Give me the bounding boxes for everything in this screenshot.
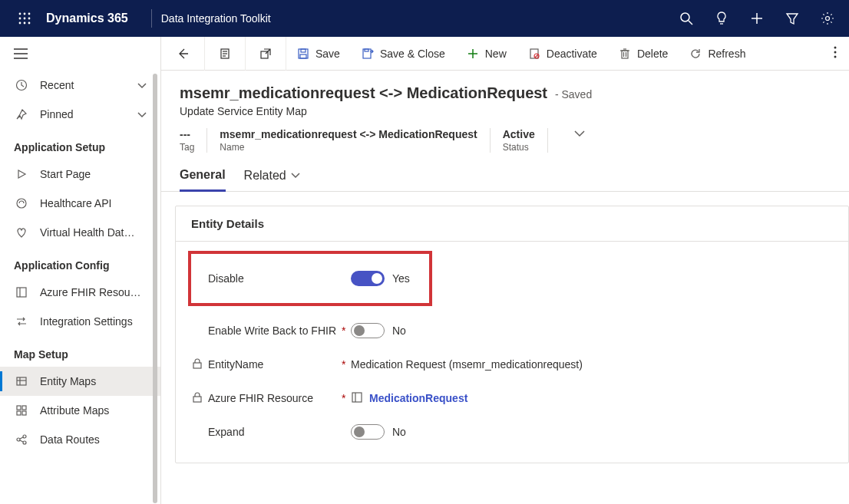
toggle-writeback[interactable]	[351, 323, 385, 338]
tab-general[interactable]: General	[180, 168, 226, 192]
field-label-writeback: Enable Write Back to FHIR	[208, 324, 342, 337]
sidebar-item-azure-fhir[interactable]: Azure FHIR Resou…	[0, 278, 160, 307]
highlighted-region: Disable Yes	[188, 251, 432, 306]
svg-point-0	[19, 13, 21, 15]
cmd-label: Delete	[637, 48, 668, 60]
back-button[interactable]	[161, 37, 205, 71]
sidebar-item-label: Integration Settings	[40, 315, 147, 328]
pin-icon	[14, 108, 29, 120]
deactivate-button[interactable]: Deactivate	[517, 37, 608, 71]
sidebar-item-label: Start Page	[40, 168, 147, 180]
svg-line-32	[20, 437, 23, 439]
delete-button[interactable]: Delete	[608, 37, 679, 71]
tab-label: General	[180, 168, 226, 182]
hamburger-button[interactable]	[0, 37, 160, 71]
svg-point-8	[28, 22, 31, 25]
toggle-disable[interactable]	[351, 271, 385, 286]
sidebar-item-integration[interactable]: Integration Settings	[0, 307, 160, 336]
grid-icon	[14, 404, 29, 417]
svg-point-5	[28, 18, 31, 20]
record-save-state: - Saved	[555, 88, 592, 100]
notes-button[interactable]	[205, 37, 246, 71]
field-value-entityname: Medication Request (msemr_medicationrequ…	[351, 358, 583, 371]
required-marker: *	[342, 324, 351, 337]
svg-point-1	[24, 13, 26, 15]
sidebar-item-label: Attribute Maps	[40, 404, 147, 417]
command-bar: Save Save & Close New Deactivate Delete …	[161, 37, 849, 71]
sidebar-item-entity-maps[interactable]: Entity Maps	[0, 367, 160, 396]
svg-point-3	[19, 18, 21, 20]
meta-chevron-icon[interactable]	[574, 128, 585, 140]
cmd-label: Deactivate	[547, 48, 597, 60]
plus-icon[interactable]	[749, 11, 765, 26]
field-label-disable: Disable	[208, 272, 342, 285]
sidebar-scrollbar[interactable]	[153, 74, 157, 503]
heart-icon	[14, 226, 29, 239]
share-icon	[14, 433, 29, 446]
svg-point-6	[19, 22, 21, 25]
sidebar-item-label: Azure FHIR Resou…	[40, 286, 147, 298]
svg-rect-40	[301, 49, 306, 52]
sidebar-item-healthcare-api[interactable]: Healthcare API	[0, 189, 160, 218]
save-close-button[interactable]: Save & Close	[351, 37, 456, 71]
svg-point-54	[834, 47, 837, 49]
svg-point-55	[834, 51, 837, 54]
lock-icon	[193, 358, 208, 371]
lightbulb-icon[interactable]	[714, 11, 729, 26]
sidebar-item-label: Data Routes	[40, 433, 147, 446]
cmd-label: Save	[315, 48, 340, 60]
open-new-button[interactable]	[246, 37, 286, 71]
play-icon	[14, 169, 29, 180]
svg-rect-22	[17, 377, 26, 385]
chevron-down-icon	[291, 173, 300, 179]
meta-status-value: Active	[503, 128, 535, 140]
toggle-value: Yes	[392, 272, 410, 285]
sidebar-item-label: Healthcare API	[40, 197, 147, 209]
svg-rect-27	[17, 411, 21, 415]
refresh-button[interactable]: Refresh	[679, 37, 756, 71]
app-name-label: Data Integration Toolkit	[161, 12, 271, 25]
sidebar-item-pinned[interactable]: Pinned	[0, 100, 160, 129]
toggle-value: No	[392, 324, 406, 337]
panel-title: Entity Details	[176, 206, 848, 242]
record-title: msemr_medicationrequest <-> MedicationRe…	[180, 84, 547, 101]
svg-line-33	[20, 440, 23, 442]
new-button[interactable]: New	[456, 37, 517, 71]
meta-status-label: Status	[503, 142, 535, 153]
gear-icon[interactable]	[820, 11, 835, 26]
sidebar-item-start-page[interactable]: Start Page	[0, 160, 160, 189]
search-icon[interactable]	[679, 11, 694, 26]
svg-point-56	[834, 56, 837, 58]
lookup-azure-fhir[interactable]: MedicationRequest	[351, 391, 467, 406]
svg-point-2	[28, 13, 31, 15]
svg-point-30	[23, 435, 26, 438]
arrows-icon	[14, 315, 29, 328]
svg-rect-25	[17, 406, 21, 410]
overflow-menu-button[interactable]	[821, 46, 849, 61]
svg-point-4	[24, 18, 26, 20]
svg-rect-59	[352, 393, 362, 402]
svg-rect-20	[17, 288, 26, 297]
chevron-down-icon	[137, 108, 147, 120]
svg-rect-49	[622, 51, 628, 58]
svg-rect-43	[365, 49, 368, 51]
filter-icon[interactable]	[785, 11, 800, 26]
lock-icon	[193, 392, 208, 405]
sidebar-item-data-routes[interactable]: Data Routes	[0, 425, 160, 454]
sidebar-item-virtual-health[interactable]: Virtual Health Dat…	[0, 218, 160, 247]
toggle-expand[interactable]	[351, 424, 385, 440]
cmd-label: New	[485, 48, 507, 60]
sidebar-item-recent[interactable]: Recent	[0, 71, 160, 100]
sidebar-header-app-config: Application Config	[0, 247, 160, 278]
meta-name-label: Name	[220, 142, 477, 153]
sidebar-item-attribute-maps[interactable]: Attribute Maps	[0, 396, 160, 425]
sidebar-header-map-setup: Map Setup	[0, 336, 160, 367]
tab-related[interactable]: Related	[244, 168, 300, 191]
save-button[interactable]: Save	[286, 37, 351, 71]
chevron-down-icon	[137, 79, 147, 91]
svg-point-7	[24, 22, 26, 25]
brand-label[interactable]: Dynamics 365	[46, 12, 128, 25]
field-label-expand: Expand	[208, 426, 342, 438]
sidebar-item-label: Entity Maps	[40, 375, 147, 387]
app-launcher-icon[interactable]	[6, 12, 43, 25]
